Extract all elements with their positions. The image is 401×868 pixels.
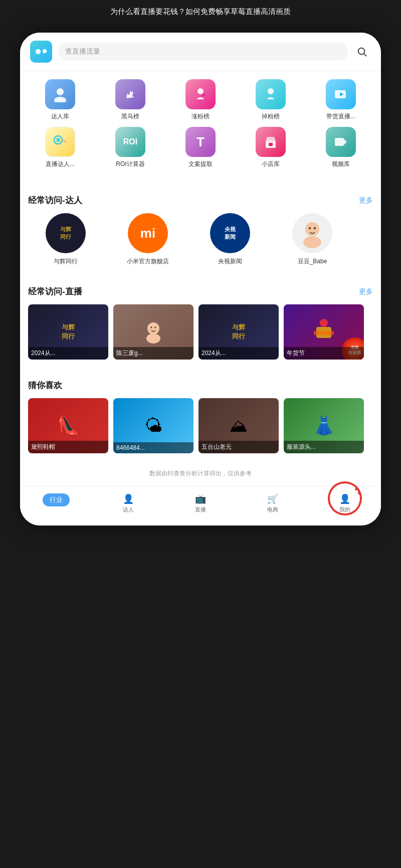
guess-item-4[interactable]: 👗 服装源头... — [284, 398, 364, 453]
svg-rect-12 — [335, 138, 344, 146]
talent-cctv[interactable]: 央视新闻 央视新闻 — [192, 213, 268, 266]
nav-label-mine: 我的 — [339, 506, 350, 513]
talent-name-cctv: 央视新闻 — [218, 257, 242, 266]
icon-grid: 达人库 黑马榜 涨粉榜 — [20, 71, 381, 183]
live-item-3[interactable]: 与辉同行 2024从... — [198, 304, 279, 360]
svg-point-0 — [358, 48, 365, 55]
icon-live-talent[interactable]: 直播达人... — [30, 127, 90, 168]
banner-text: 为什么看直播要花钱？如何免费畅享草莓直播高清画质 — [110, 7, 291, 16]
svg-marker-13 — [344, 139, 347, 145]
svg-point-19 — [151, 327, 152, 328]
talent-mi[interactable]: mi 小米官方旗舰店 — [110, 213, 185, 266]
frequent-live-section: 经常访问-直播 更多 与辉同行 2024从... — [20, 278, 381, 368]
live-label-4: 年货节 — [284, 347, 364, 360]
svg-point-3 — [54, 97, 66, 102]
frequent-talent-section: 经常访问-达人 更多 与辉同行 与辉同行 mi 小米官方旗舰店 央视新闻 — [20, 187, 381, 274]
text-label: 文案提取 — [188, 160, 213, 168]
talent-row: 与辉同行 与辉同行 mi 小米官方旗舰店 央视新闻 央视新闻 — [28, 213, 373, 270]
guess-item-3[interactable]: ⛰ 五台山老元 — [198, 398, 279, 453]
svg-point-16 — [309, 227, 311, 229]
fans-down-label: 掉粉榜 — [262, 112, 280, 121]
fans-up-icon — [185, 79, 216, 109]
svg-rect-11 — [269, 143, 273, 146]
nav-item-industry[interactable]: 行业 — [20, 491, 92, 515]
frequent-live-title: 经常访问-直播 — [28, 286, 82, 297]
fans-down-icon — [256, 79, 286, 109]
icon-talent-library[interactable]: 达人库 — [30, 79, 90, 121]
blackhorse-label: 黑马榜 — [121, 112, 139, 121]
live-item-1[interactable]: 与辉同行 2024从... — [28, 304, 108, 360]
svg-point-23 — [320, 319, 328, 327]
video-icon — [326, 127, 356, 157]
nav-icon-ecommerce: 🛒 — [267, 493, 278, 504]
guess-label-1: 黛熙鞋帽 — [28, 441, 108, 453]
nav-icon-live: 📺 — [195, 493, 206, 504]
nav-item-talent[interactable]: 👤 达人 — [92, 491, 164, 515]
svg-point-20 — [155, 327, 156, 328]
frequent-talent-more[interactable]: 更多 — [359, 196, 373, 205]
svg-point-9 — [56, 138, 60, 142]
guess-header: 猜你喜欢 — [28, 380, 373, 391]
icon-fans-down[interactable]: 掉粉榜 — [241, 79, 301, 121]
nav-label-ecommerce: 电商 — [267, 506, 278, 513]
icon-blackhorse[interactable]: 黑马榜 — [100, 79, 160, 121]
svg-point-17 — [314, 227, 316, 229]
live-label-2: 陈三废g... — [113, 347, 193, 360]
nav-pill-industry: 行业 — [43, 493, 70, 506]
live-goods-label: 带货直播... — [326, 112, 355, 121]
footer-note: 数据由抖查查分析计算得出，仅供参考 — [20, 461, 381, 486]
talent-doudou[interactable]: 豆豆_Babe — [275, 213, 350, 266]
svg-point-2 — [57, 88, 64, 95]
icon-roi[interactable]: ROI ROI计算器 — [100, 127, 160, 168]
talent-label: 达人库 — [51, 112, 69, 121]
talent-yuhui[interactable]: 与辉同行 与辉同行 — [28, 213, 103, 266]
svg-point-15 — [303, 236, 321, 248]
icon-row-1: 达人库 黑马榜 涨粉榜 — [25, 79, 376, 121]
roi-label: ROI计算器 — [116, 160, 144, 168]
logo-dot-2 — [43, 49, 47, 53]
live-talent-label: 直播达人... — [46, 160, 75, 168]
live-goods-icon — [326, 79, 356, 109]
avatar-mi: mi — [128, 213, 168, 253]
search-button[interactable] — [353, 43, 371, 61]
avatar-cctv: 央视新闻 — [210, 213, 250, 253]
search-bar[interactable]: 查直播流量 — [58, 43, 348, 61]
nav-item-live[interactable]: 📺 直播 — [164, 491, 237, 515]
svg-line-1 — [364, 54, 366, 56]
icon-live-goods[interactable]: 带货直播... — [311, 79, 371, 121]
fans-up-label: 涨粉榜 — [191, 112, 210, 121]
nav-label-live: 直播 — [195, 506, 206, 513]
icon-fans-up[interactable]: 涨粉榜 — [170, 79, 231, 121]
live-item-4[interactable]: 年终狂欢榜 年货节 — [284, 304, 364, 360]
live-item-2[interactable]: 陈三废g... — [113, 304, 193, 360]
avatar-doudou — [292, 213, 332, 253]
roi-icon: ROI — [115, 127, 145, 157]
live-label-3: 2024从... — [198, 347, 279, 360]
live-row: 与辉同行 2024从... 陈三废g... — [28, 304, 373, 364]
nav-item-ecommerce[interactable]: 🛒 电商 — [237, 491, 309, 515]
svg-point-14 — [305, 222, 319, 236]
blackhorse-icon — [115, 79, 145, 109]
talent-name-yuhui: 与辉同行 — [54, 257, 78, 266]
talent-icon — [45, 79, 75, 109]
nav-item-mine[interactable]: 👤 我的 — [309, 491, 381, 515]
shop-label: 小店库 — [262, 160, 280, 168]
frequent-live-more[interactable]: 更多 — [359, 287, 373, 296]
bottom-nav: 行业 👤 达人 📺 直播 🛒 电商 👤 我的 — [20, 486, 381, 526]
icon-shop[interactable]: 小店库 — [241, 127, 301, 168]
nav-label-talent: 达人 — [123, 506, 134, 513]
talent-name-doudou: 豆豆_Babe — [298, 257, 327, 266]
logo-dot-1 — [36, 49, 41, 54]
guess-item-1[interactable]: 👠 黛熙鞋帽 — [28, 398, 108, 453]
frequent-live-header: 经常访问-直播 更多 — [28, 286, 373, 297]
guess-item-2[interactable]: 🌤 8466484... — [113, 398, 193, 453]
live-talent-icon — [45, 127, 75, 157]
svg-point-4 — [197, 88, 204, 94]
guess-title: 猜你喜欢 — [28, 380, 62, 391]
frequent-talent-header: 经常访问-达人 更多 — [28, 195, 373, 206]
icon-video[interactable]: 视频库 — [311, 127, 371, 168]
nav-icon-mine: 👤 — [339, 493, 350, 504]
svg-point-5 — [268, 88, 274, 94]
icon-text-extract[interactable]: T 文案提取 — [170, 127, 231, 168]
search-placeholder: 查直播流量 — [65, 47, 100, 56]
